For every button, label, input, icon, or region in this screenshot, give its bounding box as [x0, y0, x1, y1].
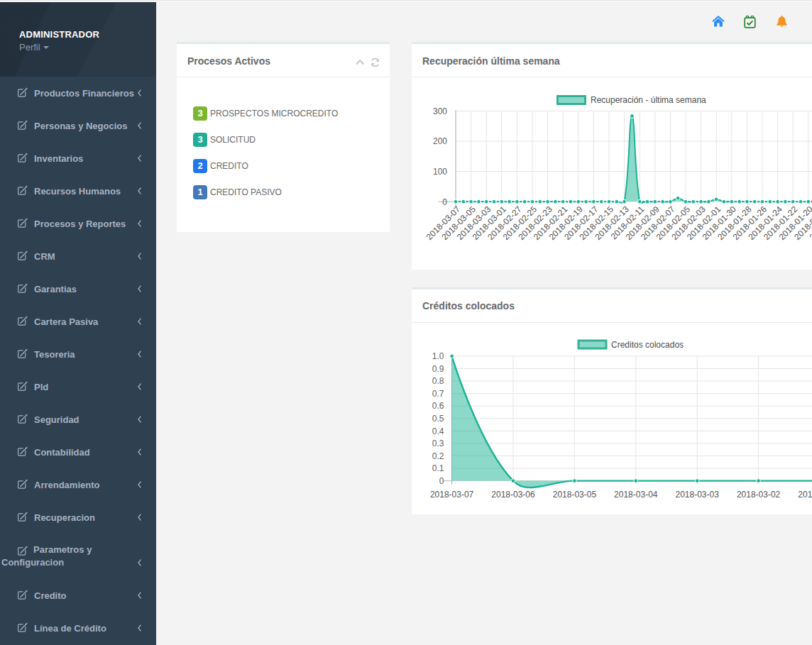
svg-text:2018-03-04: 2018-03-04 [614, 490, 658, 500]
svg-text:2018-03-02: 2018-03-02 [737, 490, 781, 500]
svg-text:Recuperación - última semana: Recuperación - última semana [591, 95, 706, 105]
svg-text:0.8: 0.8 [432, 376, 444, 386]
svg-text:2018-03-01: 2018-03-01 [798, 490, 812, 500]
svg-text:0.7: 0.7 [432, 389, 444, 399]
svg-text:200: 200 [433, 136, 447, 146]
svg-text:1.0: 1.0 [432, 351, 444, 361]
svg-text:100: 100 [433, 167, 447, 177]
svg-text:0: 0 [442, 197, 447, 207]
svg-text:Creditos colocados: Creditos colocados [611, 340, 684, 350]
svg-text:0.1: 0.1 [432, 463, 444, 473]
svg-text:2018-03-06: 2018-03-06 [491, 490, 535, 500]
svg-text:0.4: 0.4 [432, 426, 444, 436]
svg-text:2018-03-07: 2018-03-07 [430, 490, 474, 500]
svg-text:2018-03-03: 2018-03-03 [676, 490, 720, 500]
svg-text:0.3: 0.3 [432, 439, 444, 448]
svg-text:2018-03-05: 2018-03-05 [553, 490, 597, 500]
svg-text:0.6: 0.6 [432, 401, 444, 411]
svg-text:300: 300 [433, 106, 447, 116]
svg-text:0.5: 0.5 [432, 414, 444, 424]
svg-text:0.2: 0.2 [432, 451, 444, 461]
svg-text:0: 0 [439, 476, 444, 486]
svg-text:0.9: 0.9 [432, 364, 444, 374]
